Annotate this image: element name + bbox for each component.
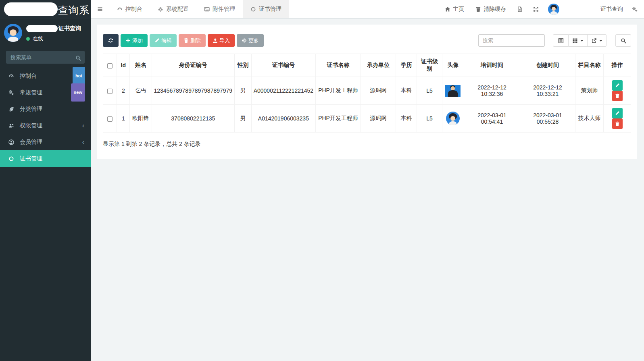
sidebar-item-member[interactable]: 会员管理 ‹ [0, 134, 91, 150]
col-train-time[interactable]: 培训时间 [464, 54, 520, 77]
list-icon [558, 38, 564, 44]
user-name: 证书查询 [58, 25, 81, 32]
row-checkbox[interactable] [107, 116, 113, 122]
clear-cache-label: 清除缓存 [484, 6, 506, 13]
col-operate[interactable]: 操作 [604, 54, 631, 77]
toolbar-right [478, 34, 631, 47]
columns-button[interactable] [569, 34, 588, 47]
search-submit-button[interactable] [615, 34, 631, 47]
sidebar-item-certificate[interactable]: 证书管理 [0, 150, 91, 167]
sidebar-item-auth[interactable]: 权限管理 ‹ [0, 117, 91, 134]
col-column-name[interactable]: 栏目名称 [575, 54, 603, 77]
col-id-number[interactable]: 身份证编号 [152, 54, 234, 77]
cell-train-time: 2022-12-12 10:32:36 [464, 77, 520, 105]
tab-label: 附件管理 [213, 6, 235, 13]
top-navbar: 控制台 系统配置 附件管理 证书管理 主页 清除缓存 证书查询 [91, 0, 644, 19]
import-button[interactable]: 导入 [208, 34, 235, 47]
export-button[interactable] [588, 34, 606, 47]
table-row: 1 欧阳锋 37080802212135 男 A014201906003235 … [103, 105, 631, 133]
gear-icon [242, 38, 247, 43]
tab-attachment[interactable]: 附件管理 [196, 0, 243, 18]
col-name[interactable]: 姓名 [130, 54, 152, 77]
sidebar-item-general[interactable]: 常规管理 new [0, 84, 91, 101]
pencil-icon [615, 111, 620, 116]
row-delete-button[interactable] [612, 118, 623, 129]
trash-icon [183, 38, 189, 43]
cell-create-time: 2022-12-12 10:33:21 [520, 77, 575, 105]
settings-gears-icon[interactable] [629, 0, 644, 18]
row-checkbox[interactable] [107, 89, 113, 94]
col-gender[interactable]: 性别 [234, 54, 251, 77]
dashboard-icon [117, 6, 123, 12]
delete-button[interactable]: 删除 [179, 34, 206, 47]
col-avatar[interactable]: 头像 [442, 54, 464, 77]
user-avatar [4, 24, 22, 42]
sidebar-item-label: 证书管理 [20, 150, 42, 167]
leaf-icon [8, 106, 16, 112]
tab-certificate[interactable]: 证书管理 [243, 0, 289, 18]
online-status-dot [26, 37, 30, 41]
circle-icon [8, 156, 16, 162]
home-icon [445, 6, 450, 12]
clear-cache-button[interactable]: 清除缓存 [470, 0, 512, 18]
search-icon [621, 38, 626, 44]
cell-column-name: 策划师 [575, 77, 603, 105]
tab-system-config[interactable]: 系统配置 [150, 0, 196, 18]
row-edit-button[interactable] [612, 108, 623, 118]
cell-gender: 男 [234, 77, 251, 105]
row-avatar-photo[interactable] [445, 85, 461, 97]
sidebar-item-dashboard[interactable]: 控制台 hot [0, 68, 91, 84]
hamburger-icon[interactable] [91, 0, 109, 18]
trash-icon [615, 93, 620, 98]
sidebar-menu: 控制台 hot 常规管理 new 分类管理 权限管理 ‹ 会员管理 ‹ 证书管理 [0, 68, 91, 167]
table-search-input[interactable] [478, 34, 545, 47]
navbar-avatar[interactable] [548, 4, 559, 15]
home-label: 主页 [453, 6, 464, 13]
cell-id-number: 1234567897897897987897979 [152, 77, 234, 105]
tab-dashboard[interactable]: 控制台 [109, 0, 150, 18]
select-all-checkbox[interactable] [107, 63, 113, 68]
app-logo[interactable]: 查询系 [0, 0, 91, 19]
view-button-group [553, 34, 606, 47]
col-level[interactable]: 证书级别 [417, 54, 442, 77]
refresh-icon [108, 38, 113, 43]
cell-cert-no: A014201906003235 [252, 105, 316, 133]
chevron-left-icon: ‹ [82, 139, 84, 145]
sidebar-user-panel: 证书查询 在线 [0, 19, 91, 47]
hot-badge: hot [73, 67, 85, 85]
circle-icon [250, 6, 256, 12]
col-create-time[interactable]: 创建时间 [520, 54, 575, 77]
edit-button[interactable]: 编辑 [150, 34, 177, 47]
upload-icon [213, 38, 218, 43]
add-button[interactable]: 添加 [121, 34, 148, 47]
cell-cert-name: PHP开发工程师 [315, 105, 361, 133]
col-id[interactable]: Id [117, 54, 130, 77]
sidebar: 查询系 证书查询 在线 控制台 hot 常规管理 [0, 0, 91, 361]
col-cert-no[interactable]: 证书编号 [252, 54, 316, 77]
cell-column-name: 技术大师 [575, 105, 603, 133]
plus-icon [125, 38, 131, 43]
redaction-blob [4, 2, 58, 16]
cell-education: 本科 [396, 77, 417, 105]
home-button[interactable]: 主页 [439, 0, 470, 18]
cell-train-time: 2022-03-01 00:54:41 [464, 105, 520, 133]
col-organizer[interactable]: 承办单位 [361, 54, 396, 77]
refresh-button[interactable] [103, 34, 119, 47]
col-cert-name[interactable]: 证书名称 [315, 54, 361, 77]
row-edit-button[interactable] [612, 80, 623, 91]
sidebar-item-category[interactable]: 分类管理 [0, 101, 91, 117]
row-avatar-cartoon[interactable] [446, 112, 460, 125]
sidebar-item-label: 会员管理 [20, 134, 42, 150]
col-education[interactable]: 学历 [396, 54, 417, 77]
page-icon[interactable] [512, 0, 528, 18]
detail-view-button[interactable] [553, 34, 569, 47]
trash-icon [475, 6, 481, 12]
fullscreen-icon[interactable] [528, 0, 544, 18]
cell-level: L5 [417, 77, 442, 105]
row-delete-button[interactable] [612, 91, 623, 101]
navbar-username[interactable]: 证书查询 [595, 0, 629, 18]
more-button[interactable]: 更多 [237, 34, 264, 47]
menu-search-input[interactable] [6, 51, 85, 64]
navbar-right: 主页 清除缓存 证书查询 [439, 0, 644, 18]
export-icon [591, 38, 597, 44]
